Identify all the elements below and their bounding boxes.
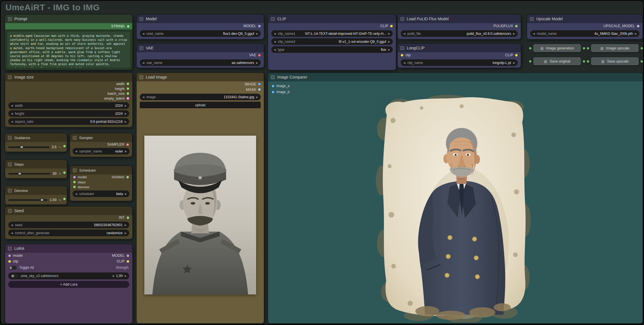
comfyui-canvas[interactable]: UmeAiRT - IMG to IMG Prompt STRING a mid…: [0, 0, 644, 325]
lora-item-row[interactable]: ume_sky_v2.safetensors ◀ 1.00 ▶: [8, 272, 129, 279]
increment-arrow-icon[interactable]: ▶: [125, 104, 127, 107]
increment-arrow-icon[interactable]: ▶: [125, 232, 127, 234]
decrement-arrow-icon[interactable]: ◀: [142, 32, 144, 35]
source-image-preview[interactable]: [144, 136, 256, 294]
model-output-slot[interactable]: [258, 25, 261, 27]
output-slot[interactable]: [583, 60, 585, 63]
collapse-icon[interactable]: [530, 17, 534, 21]
pulid-file-widget[interactable]: ◀ pulid_file pulid_flux_v0.9.0.safetenso…: [401, 30, 518, 37]
clear-icon[interactable]: ✕: [59, 172, 61, 175]
model-input-slot[interactable]: [8, 254, 11, 257]
clip-type-widget[interactable]: ◀ type flux ▶: [271, 46, 393, 53]
scheduler-widget[interactable]: ◀ scheduler beta ▶: [73, 190, 129, 197]
toggle-all-switch[interactable]: [9, 266, 17, 270]
decrement-arrow-icon[interactable]: ◀: [142, 61, 144, 64]
clear-icon[interactable]: ✕: [59, 198, 61, 202]
vae-node-header[interactable]: VAE: [137, 44, 264, 52]
clip-input-slot[interactable]: [8, 260, 11, 263]
increment-arrow-icon[interactable]: ▶: [125, 192, 127, 195]
output-slot[interactable]: [641, 47, 643, 49]
aspect-ratio-widget[interactable]: ◀ aspect_ratio 5:8 portrait 832x1216 ▶: [8, 118, 129, 125]
int-output-slot[interactable]: [127, 216, 129, 219]
steps-input-slot[interactable]: [73, 181, 76, 183]
denoise-input-slot[interactable]: [73, 186, 76, 188]
image-b-input-slot[interactable]: [272, 91, 274, 93]
output-slot[interactable]: [641, 60, 643, 63]
vae-output-slot[interactable]: [258, 54, 261, 57]
slider-knob[interactable]: [18, 172, 22, 176]
clip-output-slot[interactable]: [127, 260, 129, 263]
image-a-input-slot[interactable]: [272, 85, 274, 87]
upload-button[interactable]: upload: [140, 102, 261, 108]
height-output-slot[interactable]: [127, 87, 129, 90]
increment-arrow-icon[interactable]: ▶: [513, 61, 515, 64]
decrement-arrow-icon[interactable]: ◀: [403, 61, 405, 64]
increment-arrow-icon[interactable]: ▶: [388, 32, 390, 35]
model-input-slot[interactable]: [73, 176, 76, 178]
clip-output-slot[interactable]: [390, 25, 393, 27]
increment-arrow-icon[interactable]: ▶: [388, 48, 390, 51]
decrement-arrow-icon[interactable]: ◀: [274, 48, 276, 51]
empty-latent-output-slot[interactable]: [127, 97, 129, 100]
image-comparer-node-header[interactable]: Image Comparer: [268, 73, 643, 81]
save-original-button[interactable]: ▦ Save original: [533, 57, 581, 65]
width-output-slot[interactable]: [127, 83, 129, 85]
collapse-icon[interactable]: [400, 17, 404, 21]
collapse-icon[interactable]: [8, 136, 12, 140]
clip-node-header[interactable]: CLIP: [268, 15, 396, 23]
add-lora-button[interactable]: + Add Lora: [8, 281, 129, 288]
control-after-generate-widget[interactable]: ◀ control_after_generate randomize ▶: [8, 230, 129, 236]
increment-arrow-icon[interactable]: ▶: [635, 32, 637, 35]
collapse-icon[interactable]: [73, 136, 77, 140]
output-slot[interactable]: [583, 47, 585, 49]
collapse-icon[interactable]: [400, 46, 404, 50]
image-output-slot[interactable]: [258, 83, 261, 85]
clip-name2-widget[interactable]: ◀ clip_name2 t5-v1_1-xxl-encoder-Q8_0.gg…: [271, 38, 393, 45]
lora-enable-switch[interactable]: [11, 274, 19, 278]
mask-output-slot[interactable]: [258, 88, 261, 91]
slider-track[interactable]: [8, 173, 50, 174]
increment-arrow-icon[interactable]: ▶: [256, 61, 258, 64]
pulid-node-header[interactable]: Load PuLID Flux Model: [398, 15, 521, 23]
comparison-image[interactable]: [376, 95, 531, 322]
increment-arrow-icon[interactable]: ▶: [256, 96, 258, 99]
steps-output-slot[interactable]: [63, 171, 66, 174]
collapse-icon[interactable]: [8, 247, 12, 250]
increment-arrow-icon[interactable]: ▶: [125, 224, 127, 226]
decrement-arrow-icon[interactable]: ◀: [11, 224, 13, 226]
guidance-slider[interactable]: 3.5 ✕: [8, 143, 61, 151]
guidance-node-header[interactable]: Guidance: [5, 133, 67, 142]
scheduler-node-header[interactable]: Scheduler: [70, 166, 132, 174]
sigmas-output-slot[interactable]: [126, 176, 129, 178]
slider-knob[interactable]: [40, 198, 44, 202]
collapse-icon[interactable]: [8, 209, 12, 213]
collapse-icon[interactable]: [139, 46, 143, 50]
clip-output-slot[interactable]: [515, 54, 518, 57]
seed-widget[interactable]: ◀ seed 569323546762901 ▶: [8, 222, 129, 228]
decrement-arrow-icon[interactable]: ◀: [11, 120, 13, 123]
width-widget[interactable]: ◀ width 1024 ▶: [8, 102, 129, 109]
upscale-model-node-header[interactable]: Upscale Model: [527, 15, 643, 23]
model-output-slot[interactable]: [127, 254, 129, 257]
prompt-node-header[interactable]: Prompt: [5, 15, 132, 23]
collapse-icon[interactable]: [271, 17, 275, 21]
batch-size-output-slot[interactable]: [127, 92, 129, 95]
vae-name-widget[interactable]: ◀ vae_name ae.safetensors ▶: [140, 59, 261, 66]
collapse-icon[interactable]: [8, 162, 12, 166]
collapse-icon[interactable]: [73, 168, 77, 172]
increment-arrow-icon[interactable]: ▶: [125, 112, 127, 115]
unet-name-widget[interactable]: ◀ unet_name flux1-dev-Q8_0.gguf ▶: [140, 30, 261, 37]
decrement-arrow-icon[interactable]: ◀: [75, 150, 77, 153]
collapse-icon[interactable]: [139, 17, 143, 21]
input-slot[interactable]: [529, 47, 531, 49]
upscale-model-name-widget[interactable]: ◀ model_name 4x_NMKD-Siax_200k.pth ▶: [530, 30, 639, 37]
longclip-name-widget[interactable]: ◀ clip_name longclip-L.pt ▶: [401, 59, 518, 66]
slider-track[interactable]: [8, 147, 49, 148]
upscale-model-output-slot[interactable]: [637, 25, 639, 27]
decrement-arrow-icon[interactable]: ◀: [75, 192, 77, 195]
seed-node-header[interactable]: Seed: [5, 206, 132, 215]
decrement-arrow-icon[interactable]: ◀: [11, 104, 13, 107]
height-widget[interactable]: ◀ height 1024 ▶: [8, 110, 129, 117]
denoise-output-slot[interactable]: [63, 198, 66, 200]
steps-slider[interactable]: 30 ✕: [8, 170, 61, 177]
